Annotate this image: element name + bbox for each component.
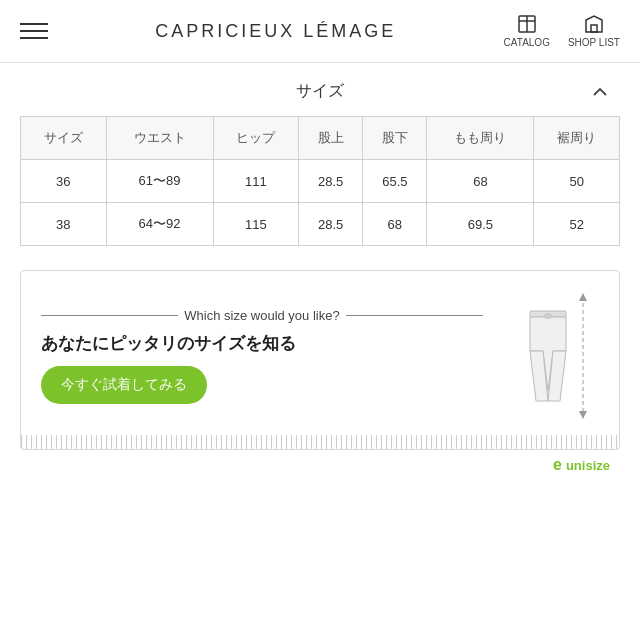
shoplist-label: SHOP LIST (568, 37, 620, 48)
header: CAPRICIEUX LÉMAGE CATALOG SHOP LIST (0, 0, 640, 63)
size-section-header: サイズ (20, 63, 620, 116)
svg-marker-6 (579, 411, 587, 419)
catalog-icon (515, 14, 539, 34)
table-cell: 52 (534, 203, 620, 246)
catalog-label: CATALOG (504, 37, 550, 48)
table-cell: 36 (21, 160, 107, 203)
unisize-logo-icon: e (553, 456, 562, 474)
unisize-footer: e unisize (20, 450, 620, 478)
table-cell: 111 (213, 160, 299, 203)
shoplist-button[interactable]: SHOP LIST (568, 14, 620, 48)
unisize-logo: e unisize (553, 456, 610, 474)
table-cell: 68 (363, 203, 427, 246)
table-header-cell: ヒップ (213, 117, 299, 160)
svg-rect-3 (591, 25, 597, 32)
header-icons: CATALOG SHOP LIST (504, 14, 620, 48)
table-cell: 115 (213, 203, 299, 246)
unisize-title: あなたにピッタリのサイズを知る (41, 333, 483, 355)
unisize-subtitle: Which size would you like? (41, 308, 483, 323)
table-row: 3661〜8911128.565.56850 (21, 160, 620, 203)
catalog-button[interactable]: CATALOG (504, 14, 550, 48)
table-header-cell: サイズ (21, 117, 107, 160)
table-cell: 38 (21, 203, 107, 246)
unisize-illustration-area (493, 291, 603, 421)
svg-marker-5 (579, 293, 587, 301)
collapse-button[interactable] (590, 82, 610, 102)
table-header-cell: もも周り (427, 117, 534, 160)
shoplist-icon (582, 14, 606, 34)
table-cell: 28.5 (299, 203, 363, 246)
table-cell: 61〜89 (106, 160, 213, 203)
main-content: サイズ サイズウエストヒップ股上股下もも周り裾周り 3661〜8911128.5… (0, 63, 640, 498)
table-cell: 68 (427, 160, 534, 203)
chevron-up-icon (592, 87, 608, 97)
hamburger-menu[interactable] (20, 23, 48, 39)
table-header-cell: ウエスト (106, 117, 213, 160)
table-header-cell: 股下 (363, 117, 427, 160)
table-cell: 69.5 (427, 203, 534, 246)
table-cell: 65.5 (363, 160, 427, 203)
brand-logo: CAPRICIEUX LÉMAGE (155, 21, 396, 42)
unisize-try-button[interactable]: 今すぐ試着してみる (41, 366, 207, 404)
table-cell: 64〜92 (106, 203, 213, 246)
unisize-left: Which size would you like? あなたにピッタリのサイズを… (41, 308, 483, 403)
unisize-logo-text: unisize (566, 458, 610, 473)
unisize-banner: Which size would you like? あなたにピッタリのサイズを… (20, 270, 620, 450)
svg-point-8 (543, 313, 553, 319)
pants-illustration (508, 291, 588, 421)
table-cell: 28.5 (299, 160, 363, 203)
size-section-title: サイズ (50, 81, 590, 102)
table-cell: 50 (534, 160, 620, 203)
size-table: サイズウエストヒップ股上股下もも周り裾周り 3661〜8911128.565.5… (20, 116, 620, 246)
table-header-cell: 股上 (299, 117, 363, 160)
table-header-row: サイズウエストヒップ股上股下もも周り裾周り (21, 117, 620, 160)
table-header-cell: 裾周り (534, 117, 620, 160)
table-row: 3864〜9211528.56869.552 (21, 203, 620, 246)
